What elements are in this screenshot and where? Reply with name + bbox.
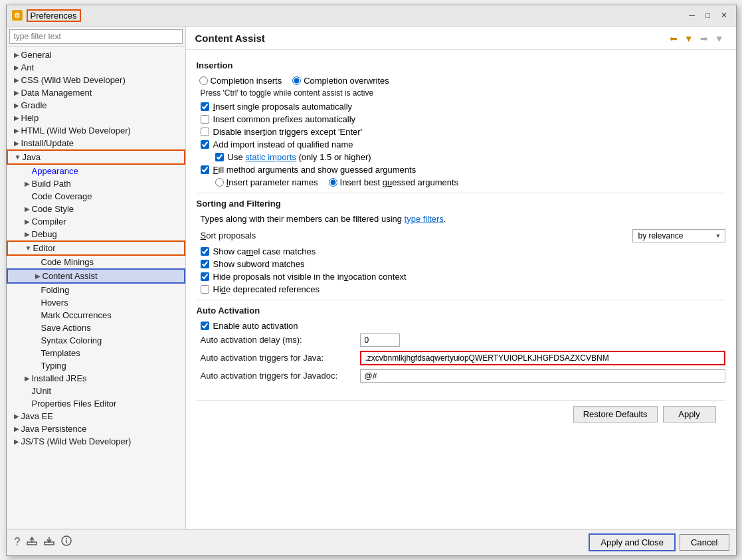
expand-arrow [32, 337, 41, 344]
static-imports-row[interactable]: Use static imports (only 1.5 or higher) [197, 152, 725, 162]
sidebar-item-save-actions[interactable]: Save Actions [7, 322, 185, 334]
add-import-checkbox[interactable] [201, 140, 209, 149]
sidebar-item-html[interactable]: ▶ HTML (Wild Web Developer) [7, 124, 185, 137]
java-triggers-input[interactable] [360, 351, 725, 365]
sidebar-item-js-ts[interactable]: ▶ JS/TS (Wild Web Developer) [7, 435, 185, 448]
sidebar-item-folding[interactable]: Folding [7, 284, 185, 296]
sidebar-item-debug[interactable]: ▶ Debug [7, 228, 185, 240]
sidebar-item-code-style[interactable]: ▶ Code Style [7, 203, 185, 215]
sidebar-item-css[interactable]: ▶ CSS (Wild Web Developer) [7, 74, 185, 86]
forward-dropdown-button[interactable]: ▼ [712, 32, 727, 45]
info-icon-button[interactable] [60, 534, 73, 550]
forward-button[interactable]: ➡ [697, 32, 711, 45]
sidebar-item-typing[interactable]: Typing [7, 359, 185, 372]
sidebar-item-general[interactable]: ▶ General [7, 48, 185, 61]
search-input[interactable] [9, 29, 183, 44]
enable-auto-row[interactable]: Enable auto activation [197, 321, 725, 331]
delay-row: Auto activation delay (ms): [197, 333, 725, 347]
param-names-label[interactable]: Insert parameter names [215, 177, 318, 187]
completion-inserts-radio[interactable] [199, 76, 208, 85]
best-guessed-label[interactable]: Insert best guessed arguments [329, 177, 459, 187]
apply-and-close-button[interactable]: Apply and Close [589, 533, 676, 551]
minimize-button[interactable]: ─ [686, 9, 699, 22]
sidebar-item-build-path[interactable]: ▶ Build Path [7, 177, 185, 190]
help-icon-button[interactable]: ? [13, 535, 22, 549]
expand-arrow: ▶ [23, 375, 32, 382]
javadoc-triggers-input[interactable] [360, 369, 725, 383]
hide-deprecated-row[interactable]: Hide deprecated references [197, 284, 725, 294]
add-import-row[interactable]: Add import instead of qualified name [197, 140, 725, 149]
static-imports-label: Use static imports (only 1.5 or higher) [228, 152, 371, 162]
sidebar-item-java[interactable]: ▼ Java [7, 149, 185, 165]
apply-button[interactable]: Apply [663, 406, 716, 422]
subword-checkbox[interactable] [201, 260, 209, 268]
fill-method-label: Fill method arguments and show guessed a… [213, 165, 417, 175]
sidebar-item-label: Save Actions [41, 323, 91, 333]
sidebar-item-install-update[interactable]: ▶ Install/Update [7, 137, 185, 149]
back-dropdown-button[interactable]: ▼ [682, 32, 696, 45]
import-icon-button[interactable] [43, 534, 56, 550]
sidebar-item-mark-occurrences[interactable]: Mark Occurrences [7, 309, 185, 322]
sidebar-item-label: Editor [33, 243, 56, 253]
sidebar-item-label: Java [23, 152, 41, 162]
sidebar-item-junit[interactable]: JUnit [7, 385, 185, 397]
single-proposals-checkbox[interactable] [201, 102, 209, 111]
sidebar-item-properties-files-editor[interactable]: Properties Files Editor [7, 397, 185, 410]
maximize-button[interactable]: □ [701, 9, 715, 22]
cancel-button[interactable]: Cancel [680, 534, 729, 551]
fill-method-checkbox[interactable] [201, 165, 209, 174]
sidebar-item-label: Java EE [21, 411, 53, 421]
single-proposals-row[interactable]: Insert single proposals automatically [197, 102, 725, 112]
sort-proposals-row: Sort proposals by relevance alphabetical… [197, 229, 725, 242]
type-filters-link[interactable]: type filters [405, 214, 444, 224]
sidebar-item-code-coverage[interactable]: Code Coverage [7, 190, 185, 203]
sidebar-item-content-assist[interactable]: ▶ Content Assist [7, 268, 185, 284]
hide-proposals-checkbox[interactable] [201, 272, 209, 281]
sidebar-item-label: Content Assist [43, 271, 98, 281]
enable-auto-checkbox[interactable] [201, 322, 209, 330]
delay-input[interactable] [360, 333, 400, 347]
camel-case-row[interactable]: Show camel case matches [197, 246, 725, 256]
sidebar-item-syntax-coloring[interactable]: Syntax Coloring [7, 334, 185, 347]
close-button[interactable]: ✕ [717, 9, 731, 22]
sidebar-item-ant[interactable]: ▶ Ant [7, 61, 185, 74]
disable-insertion-checkbox[interactable] [201, 128, 209, 136]
sidebar-item-compiler[interactable]: ▶ Compiler [7, 215, 185, 228]
disable-insertion-row[interactable]: Disable insertion triggers except 'Enter… [197, 127, 725, 137]
sidebar-item-java-ee[interactable]: ▶ Java EE [7, 410, 185, 422]
sort-proposals-select[interactable]: by relevance alphabetically [632, 229, 725, 242]
fill-method-row[interactable]: Fill method arguments and show guessed a… [197, 165, 725, 175]
sidebar-item-editor[interactable]: ▼ Editor [7, 240, 185, 256]
completion-inserts-label[interactable]: Completion inserts [199, 76, 282, 86]
export-icon-button[interactable] [25, 534, 39, 550]
restore-defaults-button[interactable]: Restore Defaults [573, 406, 658, 422]
camel-case-checkbox[interactable] [201, 247, 209, 256]
common-prefixes-row[interactable]: Insert common prefixes automatically [197, 114, 725, 124]
sidebar-item-java-persistence[interactable]: ▶ Java Persistence [7, 422, 185, 435]
divider2 [197, 300, 725, 300]
param-names-radio[interactable] [215, 178, 224, 187]
completion-inserts-text: Completion inserts [211, 76, 282, 86]
static-imports-link[interactable]: static imports [245, 152, 296, 162]
subword-row[interactable]: Show subword matches [197, 259, 725, 269]
sidebar-item-help[interactable]: ▶ Help [7, 112, 185, 124]
sidebar-item-code-minings[interactable]: Code Minings [7, 256, 185, 268]
best-guessed-radio[interactable] [329, 178, 337, 187]
nav-buttons: ⬅ ▼ ➡ ▼ [667, 32, 727, 45]
hide-deprecated-checkbox[interactable] [201, 285, 209, 294]
sidebar-item-label: Folding [41, 285, 70, 295]
sidebar-item-gradle[interactable]: ▶ Gradle [7, 99, 185, 112]
expand-arrow: ▶ [12, 114, 21, 122]
sidebar-item-data-management[interactable]: ▶ Data Management [7, 86, 185, 99]
dialog-title: Preferences [27, 11, 686, 21]
completion-overwrites-radio[interactable] [292, 76, 301, 85]
static-imports-checkbox[interactable] [215, 153, 224, 161]
sidebar-item-templates[interactable]: Templates [7, 347, 185, 359]
sidebar-item-hovers[interactable]: Hovers [7, 296, 185, 309]
common-prefixes-checkbox[interactable] [201, 115, 209, 124]
sidebar-item-appearance[interactable]: Appearance [7, 165, 185, 177]
completion-overwrites-label[interactable]: Completion overwrites [292, 76, 389, 86]
back-button[interactable]: ⬅ [667, 32, 680, 45]
sidebar-item-installed-jres[interactable]: ▶ Installed JREs [7, 372, 185, 385]
hide-proposals-row[interactable]: Hide proposals not visible in the invoca… [197, 272, 725, 282]
